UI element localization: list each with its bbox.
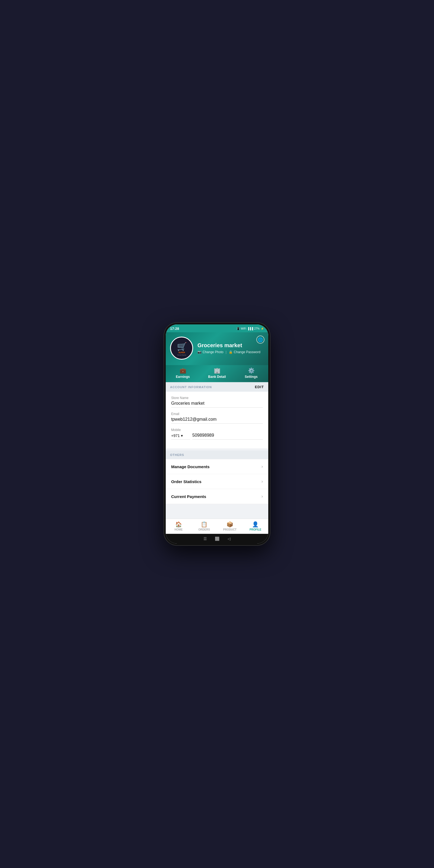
bottom-nav-profile[interactable]: 👤 PROFILE [243,521,269,531]
home-system-button[interactable]: ⬜ [214,536,220,541]
tab-settings[interactable]: ⚙️ Settings [234,367,268,379]
order-statistics-chevron-icon: › [261,479,263,484]
status-time: 17:28 [170,327,179,331]
mobile-label: Mobile [171,428,263,432]
store-logo: 🛒 SUPER Grocery Shopping [172,339,191,358]
change-password-button[interactable]: 🔒 Change Password [229,350,260,354]
manage-documents-item[interactable]: Manage Documents › [166,459,268,474]
home-label: HOME [175,528,183,531]
bank-icon: 🏢 [214,367,220,374]
mobile-field-group: Mobile +971 ▾ 509898989 [171,428,263,440]
nav-tabs: 💼 Earnings 🏢 Bank Detail ⚙️ Settings [166,365,268,382]
account-section-title: ACCOUNT INFORMATION [170,385,212,389]
email-value: tpweb1212@gmail.com [171,417,263,424]
status-icons: 📳 WiFi ▐▐▐ 27% ⚡ [237,327,264,330]
manage-documents-label: Manage Documents [171,464,210,469]
profile-label: PROFILE [250,528,261,531]
bottom-nav-home[interactable]: 🏠 HOME [166,521,191,531]
product-label: PRODUCT [223,528,237,531]
edit-button[interactable]: EDIT [255,385,264,389]
profile-actions: 📷 Change Photo | 🔒 Change Password [197,350,260,354]
avatar[interactable]: 🛒 SUPER Grocery Shopping [170,337,193,360]
profile-icon: 👤 [252,521,259,528]
orders-icon: 📋 [201,521,208,528]
svg-text:🛒: 🛒 [177,342,187,351]
bottom-nav-orders[interactable]: 📋 ORDERS [191,521,217,531]
current-payments-item[interactable]: Current Payments › [166,489,268,504]
change-password-label: Change Password [234,350,260,354]
phone-frame: 17:28 📳 WiFi ▐▐▐ 27% ⚡ 🌐 [164,323,270,545]
orders-label: ORDERS [198,528,210,531]
tab-settings-label: Settings [245,375,257,379]
camera-icon: 📷 [197,350,202,354]
email-label: Email [171,412,263,416]
charging-icon: ⚡ [261,327,264,330]
svg-text:Grocery Shopping: Grocery Shopping [177,354,186,355]
battery-text: 27% [254,327,259,330]
store-name-label: Store Name [171,396,263,400]
current-payments-chevron-icon: › [261,494,263,499]
email-field: Email tpweb1212@gmail.com [171,412,263,424]
account-section-header: ACCOUNT INFORMATION EDIT [166,382,268,392]
profile-header: 🌐 🛒 SUPER Grocery Shopping [166,332,268,365]
profile-info: Groceries market 📷 Change Photo | 🔒 Chan… [197,342,260,354]
others-section-title: OTHERS [170,453,184,457]
lock-icon: 🔒 [229,350,233,354]
dropdown-chevron-icon: ▾ [181,433,183,438]
order-statistics-item[interactable]: Order Statistics › [166,474,268,489]
status-bar: 17:28 📳 WiFi ▐▐▐ 27% ⚡ [166,324,268,332]
home-icon: 🏠 [175,521,182,528]
globe-icon[interactable]: 🌐 [256,336,265,344]
current-payments-label: Current Payments [171,494,206,499]
product-icon: 📦 [226,521,233,528]
phone-screen: 17:28 📳 WiFi ▐▐▐ 27% ⚡ 🌐 [166,324,268,544]
mobile-number-value: 509898989 [192,433,263,440]
vibrate-icon: 📳 [237,327,240,330]
bottom-nav: 🏠 HOME 📋 ORDERS 📦 PRODUCT 👤 PROFILE [166,519,268,534]
action-divider: | [226,350,226,354]
tab-earnings[interactable]: 💼 Earnings [166,367,200,379]
mobile-row: +971 ▾ 509898989 [171,433,263,440]
order-statistics-label: Order Statistics [171,479,202,484]
country-code-selector[interactable]: +971 ▾ [171,433,190,440]
wifi-icon: WiFi [241,327,246,330]
account-form: Store Name Groceries market Email tpweb1… [166,392,268,448]
tab-earnings-label: Earnings [176,375,190,379]
earnings-icon: 💼 [180,367,186,374]
change-photo-button[interactable]: 📷 Change Photo [197,350,223,354]
tab-bank-label: Bank Detail [208,375,226,379]
profile-row: 🛒 SUPER Grocery Shopping Groceries marke… [170,337,264,360]
signal-icon: ▐▐▐ [247,327,253,330]
system-bar: ☰ ⬜ ◁ [166,534,268,544]
settings-icon: ⚙️ [248,367,255,374]
main-content: ACCOUNT INFORMATION EDIT Store Name Groc… [166,382,268,519]
menu-system-button[interactable]: ☰ [203,536,208,541]
store-name-field: Store Name Groceries market [171,396,263,408]
svg-text:SUPER: SUPER [178,351,185,353]
others-section-header: OTHERS [166,451,268,459]
bottom-nav-product[interactable]: 📦 PRODUCT [217,521,243,531]
store-name-header: Groceries market [197,342,260,348]
country-code-value: +971 [171,433,180,438]
tab-bank-detail[interactable]: 🏢 Bank Detail [200,367,234,379]
back-system-button[interactable]: ◁ [226,536,231,541]
manage-documents-chevron-icon: › [261,464,263,469]
change-photo-label: Change Photo [203,350,223,354]
store-name-value: Groceries market [171,401,263,408]
